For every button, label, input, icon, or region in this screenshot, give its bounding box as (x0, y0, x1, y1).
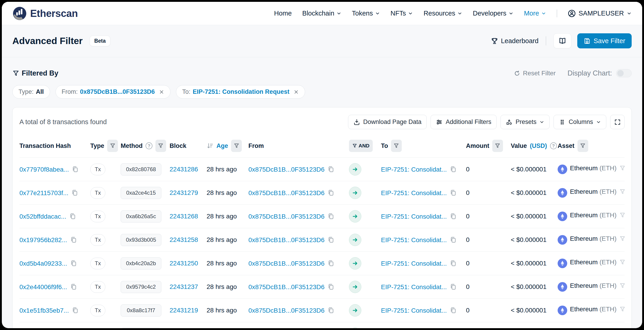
nav-item-tokens[interactable]: Tokens (352, 9, 380, 17)
tx-hash-link[interactable]: 0x77970f8abea... (20, 166, 69, 173)
col-age[interactable]: Age (216, 142, 228, 150)
leaderboard-link[interactable]: Leaderboard (491, 37, 538, 45)
fullscreen-button[interactable] (610, 115, 624, 129)
asset-row-filter-button[interactable] (619, 165, 624, 171)
copy-to-button[interactable] (450, 236, 457, 244)
copy-to-button[interactable] (450, 307, 457, 314)
chip-to[interactable]: To:EIP-7251: Consolidation Request (176, 85, 305, 99)
nav-item-developers[interactable]: Developers (473, 9, 514, 17)
download-page-data-button[interactable]: Download Page Data (348, 115, 427, 129)
asset-name: Ethereum (570, 259, 598, 266)
asset-row-filter-button[interactable] (619, 283, 624, 289)
remove-to-filter-button[interactable] (294, 89, 299, 95)
amount-filter-button[interactable] (492, 140, 503, 152)
user-menu[interactable]: SAMPLEUSER (568, 9, 632, 17)
chip-from[interactable]: From:0x875DcB1B...0F35123D6 (56, 85, 171, 99)
and-filter-button[interactable]: AND (349, 140, 373, 152)
copy-from-button[interactable] (327, 260, 334, 267)
from-address-link[interactable]: 0x875DcB1B...0F35123D6 (248, 213, 324, 220)
copy-hash-button[interactable] (70, 260, 77, 267)
block-link[interactable]: 22431258 (170, 236, 198, 243)
reset-filter-button[interactable]: Reset Filter (514, 70, 556, 77)
to-address-link[interactable]: EIP-7251: Consolidat... (381, 260, 447, 267)
block-link[interactable]: 22431286 (170, 166, 198, 173)
table-header-row: Transaction Hash Type Method? Block Age … (20, 135, 624, 158)
tx-hash-link[interactable]: 0x77e2115703f... (20, 189, 68, 196)
save-filter-button[interactable]: Save Filter (577, 33, 632, 48)
copy-hash-button[interactable] (71, 189, 78, 196)
copy-from-button[interactable] (327, 307, 334, 314)
method-badge: 0xa6b26a5c (121, 210, 161, 222)
copy-hash-button[interactable] (70, 236, 77, 244)
copy-to-button[interactable] (450, 283, 457, 291)
col-value-usd[interactable]: (USD) (530, 142, 547, 150)
to-filter-button[interactable] (391, 140, 402, 152)
tx-hash-link[interactable]: 0x52bffddacac... (20, 213, 66, 220)
copy-from-button[interactable] (327, 166, 334, 173)
columns-button[interactable]: Columns (554, 115, 606, 129)
tx-hash-link[interactable]: 0xd5b4a09233... (20, 260, 67, 267)
copy-hash-button[interactable] (72, 166, 79, 173)
copy-hash-button[interactable] (72, 307, 79, 314)
nav-item-home[interactable]: Home (274, 9, 292, 17)
etherscan-logo[interactable]: Etherscan (12, 6, 78, 21)
from-address-link[interactable]: 0x875DcB1B...0F35123D6 (248, 189, 324, 196)
asset-filter-button[interactable] (578, 140, 588, 152)
copy-icon (450, 213, 457, 220)
block-link[interactable]: 22431237 (170, 283, 198, 290)
copy-to-button[interactable] (450, 213, 457, 220)
nav-item-resources[interactable]: Resources (424, 9, 462, 17)
from-address-link[interactable]: 0x875DcB1B...0F35123D6 (248, 236, 324, 244)
from-address-link[interactable]: 0x875DcB1B...0F35123D6 (248, 166, 324, 173)
copy-hash-button[interactable] (70, 283, 77, 291)
to-address-link[interactable]: EIP-7251: Consolidat... (381, 189, 447, 196)
asset-row-filter-button[interactable] (619, 188, 624, 195)
asset-row-filter-button[interactable] (619, 212, 624, 218)
presets-button[interactable]: Presets (500, 115, 550, 129)
tx-hash-link[interactable]: 0x197956b282... (20, 236, 67, 244)
method-filter-button[interactable] (156, 140, 166, 152)
table-row: 0x197956b282... Tx 0x93d3b005 22431258 2… (20, 228, 624, 252)
copy-from-button[interactable] (327, 189, 334, 196)
from-address-link[interactable]: 0x875DcB1B...0F35123D6 (248, 307, 324, 314)
asset-row-filter-button[interactable] (619, 236, 624, 242)
block-link[interactable]: 22431279 (170, 189, 198, 196)
copy-to-button[interactable] (450, 260, 457, 267)
age-filter-button[interactable] (231, 140, 242, 152)
type-filter-button[interactable] (107, 140, 118, 152)
funnel-icon (619, 236, 624, 242)
additional-filters-button[interactable]: Additional Filters (430, 115, 496, 129)
chip-type[interactable]: Type:All (12, 85, 50, 99)
tx-hash-link[interactable]: 0x2e44006f9f6... (20, 283, 67, 291)
amount-text: 0 (466, 189, 470, 196)
brand-name: Etherscan (30, 8, 78, 19)
copy-hash-button[interactable] (69, 213, 76, 220)
copy-from-button[interactable] (327, 283, 334, 291)
sort-descending-icon[interactable] (206, 142, 214, 149)
display-chart-toggle[interactable] (616, 69, 632, 77)
from-address-link[interactable]: 0x875DcB1B...0F35123D6 (248, 283, 324, 291)
copy-to-button[interactable] (450, 189, 457, 196)
nav-item-blockchain[interactable]: Blockchain (302, 9, 342, 17)
to-address-link[interactable]: EIP-7251: Consolidat... (381, 166, 447, 173)
remove-from-filter-button[interactable] (159, 89, 164, 95)
value-help-icon[interactable]: ? (550, 142, 557, 149)
method-help-icon[interactable]: ? (146, 142, 152, 149)
to-address-link[interactable]: EIP-7251: Consolidat... (381, 307, 447, 314)
tx-hash-link[interactable]: 0x1e51fb35eb7... (20, 307, 69, 314)
to-address-link[interactable]: EIP-7251: Consolidat... (381, 236, 447, 244)
asset-row-filter-button[interactable] (619, 306, 624, 313)
nav-item-more[interactable]: More (524, 9, 546, 17)
block-link[interactable]: 22431219 (170, 307, 198, 314)
to-address-link[interactable]: EIP-7251: Consolidat... (381, 213, 447, 220)
docs-button[interactable] (554, 33, 571, 48)
to-address-link[interactable]: EIP-7251: Consolidat... (381, 283, 447, 291)
block-link[interactable]: 22431250 (170, 260, 198, 267)
copy-from-button[interactable] (327, 236, 334, 244)
from-address-link[interactable]: 0x875DcB1B...0F35123D6 (248, 260, 324, 267)
copy-to-button[interactable] (450, 166, 457, 173)
nav-item-nfts[interactable]: NFTs (390, 9, 413, 17)
block-link[interactable]: 22431268 (170, 213, 198, 220)
asset-row-filter-button[interactable] (619, 259, 624, 265)
copy-from-button[interactable] (327, 213, 334, 220)
